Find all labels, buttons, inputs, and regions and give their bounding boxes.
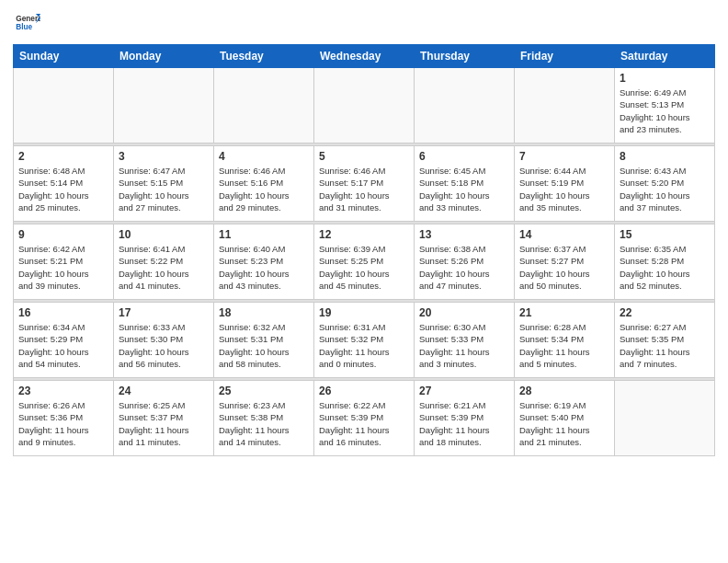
day-cell: 28Sunrise: 6:19 AM Sunset: 5:40 PM Dayli… — [515, 381, 615, 456]
day-info: Sunrise: 6:46 AM Sunset: 5:17 PM Dayligh… — [319, 165, 409, 213]
day-info: Sunrise: 6:23 AM Sunset: 5:38 PM Dayligh… — [219, 399, 309, 448]
day-cell: 4Sunrise: 6:46 AM Sunset: 5:16 PM Daylig… — [214, 146, 314, 222]
day-info: Sunrise: 6:27 AM Sunset: 5:35 PM Dayligh… — [620, 321, 710, 370]
day-number: 27 — [419, 385, 509, 397]
day-number: 8 — [620, 150, 710, 163]
weekday-header-tuesday: Tuesday — [214, 45, 314, 68]
day-info: Sunrise: 6:47 AM Sunset: 5:15 PM Dayligh… — [119, 165, 209, 213]
day-cell — [314, 68, 415, 144]
weekday-header-thursday: Thursday — [415, 45, 515, 68]
day-cell: 14Sunrise: 6:37 AM Sunset: 5:27 PM Dayli… — [515, 224, 615, 300]
day-info: Sunrise: 6:32 AM Sunset: 5:31 PM Dayligh… — [219, 321, 309, 370]
weekday-header-sunday: Sunday — [14, 45, 114, 68]
day-number: 23 — [18, 385, 108, 397]
day-cell: 13Sunrise: 6:38 AM Sunset: 5:26 PM Dayli… — [415, 224, 515, 300]
day-cell — [615, 381, 715, 456]
day-cell: 26Sunrise: 6:22 AM Sunset: 5:39 PM Dayli… — [314, 381, 415, 456]
day-info: Sunrise: 6:40 AM Sunset: 5:23 PM Dayligh… — [219, 243, 309, 292]
week-row-2: 2Sunrise: 6:48 AM Sunset: 5:14 PM Daylig… — [14, 146, 715, 222]
logo-icon: General Blue — [15, 9, 40, 35]
logo: General Blue — [13, 9, 40, 39]
day-info: Sunrise: 6:46 AM Sunset: 5:16 PM Dayligh… — [219, 165, 309, 213]
header: General Blue — [13, 9, 715, 39]
day-number: 20 — [419, 306, 509, 319]
day-info: Sunrise: 6:19 AM Sunset: 5:40 PM Dayligh… — [519, 399, 609, 448]
day-info: Sunrise: 6:21 AM Sunset: 5:39 PM Dayligh… — [419, 399, 509, 448]
week-row-5: 23Sunrise: 6:26 AM Sunset: 5:36 PM Dayli… — [14, 381, 715, 456]
day-cell: 27Sunrise: 6:21 AM Sunset: 5:39 PM Dayli… — [415, 381, 515, 456]
day-cell — [515, 68, 615, 144]
day-number: 25 — [219, 385, 309, 397]
day-cell: 2Sunrise: 6:48 AM Sunset: 5:14 PM Daylig… — [14, 146, 114, 222]
day-info: Sunrise: 6:45 AM Sunset: 5:18 PM Dayligh… — [419, 165, 509, 213]
day-cell: 12Sunrise: 6:39 AM Sunset: 5:25 PM Dayli… — [314, 224, 415, 300]
day-info: Sunrise: 6:26 AM Sunset: 5:36 PM Dayligh… — [18, 399, 108, 448]
day-cell: 8Sunrise: 6:43 AM Sunset: 5:20 PM Daylig… — [615, 146, 715, 222]
day-cell — [14, 68, 114, 144]
page: General Blue SundayMondayTuesdayWednesda… — [0, 0, 728, 469]
day-cell: 7Sunrise: 6:44 AM Sunset: 5:19 PM Daylig… — [515, 146, 615, 222]
day-cell: 24Sunrise: 6:25 AM Sunset: 5:37 PM Dayli… — [114, 381, 214, 456]
week-row-3: 9Sunrise: 6:42 AM Sunset: 5:21 PM Daylig… — [14, 224, 715, 300]
day-cell: 21Sunrise: 6:28 AM Sunset: 5:34 PM Dayli… — [515, 303, 615, 378]
day-info: Sunrise: 6:43 AM Sunset: 5:20 PM Dayligh… — [620, 165, 710, 213]
week-row-4: 16Sunrise: 6:34 AM Sunset: 5:29 PM Dayli… — [14, 303, 715, 378]
weekday-header-row: SundayMondayTuesdayWednesdayThursdayFrid… — [14, 45, 715, 68]
day-cell: 17Sunrise: 6:33 AM Sunset: 5:30 PM Dayli… — [114, 303, 214, 378]
day-number: 3 — [119, 150, 209, 163]
day-number: 1 — [620, 72, 710, 85]
day-info: Sunrise: 6:35 AM Sunset: 5:28 PM Dayligh… — [620, 243, 710, 292]
day-cell: 19Sunrise: 6:31 AM Sunset: 5:32 PM Dayli… — [314, 303, 415, 378]
day-cell: 15Sunrise: 6:35 AM Sunset: 5:28 PM Dayli… — [615, 224, 715, 300]
day-info: Sunrise: 6:41 AM Sunset: 5:22 PM Dayligh… — [119, 243, 209, 292]
day-cell: 10Sunrise: 6:41 AM Sunset: 5:22 PM Dayli… — [114, 224, 214, 300]
weekday-header-wednesday: Wednesday — [314, 45, 415, 68]
day-cell: 5Sunrise: 6:46 AM Sunset: 5:17 PM Daylig… — [314, 146, 415, 222]
day-cell: 20Sunrise: 6:30 AM Sunset: 5:33 PM Dayli… — [415, 303, 515, 378]
day-cell: 11Sunrise: 6:40 AM Sunset: 5:23 PM Dayli… — [214, 224, 314, 300]
day-number: 21 — [519, 306, 609, 319]
day-cell: 22Sunrise: 6:27 AM Sunset: 5:35 PM Dayli… — [615, 303, 715, 378]
day-info: Sunrise: 6:28 AM Sunset: 5:34 PM Dayligh… — [519, 321, 609, 370]
day-number: 2 — [18, 150, 108, 163]
day-info: Sunrise: 6:42 AM Sunset: 5:21 PM Dayligh… — [18, 243, 108, 292]
day-cell: 3Sunrise: 6:47 AM Sunset: 5:15 PM Daylig… — [114, 146, 214, 222]
day-number: 6 — [419, 150, 509, 163]
day-cell — [214, 68, 314, 144]
day-info: Sunrise: 6:33 AM Sunset: 5:30 PM Dayligh… — [119, 321, 209, 370]
day-cell — [415, 68, 515, 144]
calendar: SundayMondayTuesdayWednesdayThursdayFrid… — [13, 44, 715, 456]
day-cell: 25Sunrise: 6:23 AM Sunset: 5:38 PM Dayli… — [214, 381, 314, 456]
weekday-header-saturday: Saturday — [615, 45, 715, 68]
day-number: 10 — [119, 228, 209, 241]
day-number: 12 — [319, 228, 409, 241]
day-number: 4 — [219, 150, 309, 163]
day-number: 15 — [620, 228, 710, 241]
day-cell: 16Sunrise: 6:34 AM Sunset: 5:29 PM Dayli… — [14, 303, 114, 378]
weekday-header-friday: Friday — [515, 45, 615, 68]
day-number: 19 — [319, 306, 409, 319]
day-cell: 23Sunrise: 6:26 AM Sunset: 5:36 PM Dayli… — [14, 381, 114, 456]
day-info: Sunrise: 6:49 AM Sunset: 5:13 PM Dayligh… — [620, 86, 710, 135]
weekday-header-monday: Monday — [114, 45, 214, 68]
day-number: 5 — [319, 150, 409, 163]
day-number: 9 — [18, 228, 108, 241]
day-number: 24 — [119, 385, 209, 397]
day-info: Sunrise: 6:31 AM Sunset: 5:32 PM Dayligh… — [319, 321, 409, 370]
day-info: Sunrise: 6:48 AM Sunset: 5:14 PM Dayligh… — [18, 165, 108, 213]
day-number: 17 — [119, 306, 209, 319]
day-cell: 9Sunrise: 6:42 AM Sunset: 5:21 PM Daylig… — [14, 224, 114, 300]
day-info: Sunrise: 6:44 AM Sunset: 5:19 PM Dayligh… — [519, 165, 609, 213]
day-cell: 6Sunrise: 6:45 AM Sunset: 5:18 PM Daylig… — [415, 146, 515, 222]
day-info: Sunrise: 6:38 AM Sunset: 5:26 PM Dayligh… — [419, 243, 509, 292]
day-info: Sunrise: 6:25 AM Sunset: 5:37 PM Dayligh… — [119, 399, 209, 448]
day-number: 11 — [219, 228, 309, 241]
day-cell — [114, 68, 214, 144]
day-info: Sunrise: 6:37 AM Sunset: 5:27 PM Dayligh… — [519, 243, 609, 292]
day-number: 13 — [419, 228, 509, 241]
day-info: Sunrise: 6:22 AM Sunset: 5:39 PM Dayligh… — [319, 399, 409, 448]
day-number: 28 — [519, 385, 609, 397]
day-number: 18 — [219, 306, 309, 319]
week-row-1: 1Sunrise: 6:49 AM Sunset: 5:13 PM Daylig… — [14, 68, 715, 144]
day-number: 14 — [519, 228, 609, 241]
